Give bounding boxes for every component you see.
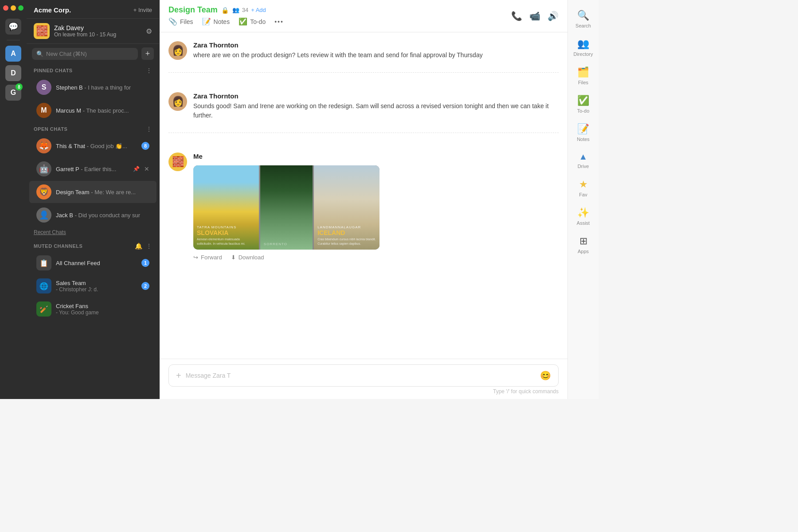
msg-text-1: where are we on the product design? Lets… (193, 51, 559, 60)
right-panel-notes[interactable]: 📝 Notes (570, 120, 597, 145)
right-panel-search[interactable]: 🔍 Search (570, 6, 597, 32)
files-tab-label: Files (180, 18, 193, 25)
right-panel-drive[interactable]: ▲ Drive (570, 148, 597, 172)
mute-icon[interactable]: 🔔 (135, 243, 142, 250)
search-input-wrap: 🔍 (32, 48, 138, 60)
audio-icon[interactable]: 🔊 (548, 11, 559, 21)
emoji-button[interactable]: 😊 (540, 370, 551, 381)
chat-item-marcus[interactable]: M Marcus M - The basic proc... (29, 99, 156, 121)
user-name: Zak Davey (54, 24, 141, 31)
notification-badge: 8 (16, 83, 23, 90)
workspace-a-avatar[interactable]: A (5, 46, 21, 62)
call-icon[interactable]: 📞 (511, 11, 522, 21)
fav-label: Fav (579, 192, 587, 197)
pinned-chats-menu[interactable]: ⋮ (146, 67, 152, 74)
msg-content-1: Zara Thornton where are we on the produc… (193, 41, 559, 60)
quick-command-hint: Type '/' for quick commands (168, 387, 559, 395)
main-chat: Design Team 🔒 👥 34 + Add 📎 Files 📝 Notes (160, 0, 567, 399)
notes-right-label: Notes (577, 137, 590, 142)
minimize-button[interactable] (11, 5, 16, 11)
cricket-fans-name: Cricket Fans (56, 303, 149, 309)
collage-country-3: ICELAND (317, 229, 376, 236)
all-feed-name: All Channel Feed (56, 260, 137, 266)
assist-label: Assist (577, 220, 590, 226)
files-tab-icon: 📎 (168, 17, 177, 26)
muted-icons: 🔔 ⋮ (135, 243, 152, 250)
files-right-label: Files (578, 80, 588, 85)
right-panel-fav[interactable]: ★ Fav (570, 175, 597, 201)
design-team-name: Design Team - Me: We are re... (56, 189, 149, 196)
sales-team-preview: - Christopher J: d. (56, 286, 137, 293)
drive-icon: ▲ (579, 152, 588, 162)
chat-item-stephen[interactable]: S Stephen B - I have a thing for (29, 76, 156, 98)
invite-button[interactable]: + Invite (133, 7, 152, 13)
channel-cricket-fans[interactable]: 🏏 Cricket Fans - You: Good game (29, 298, 156, 320)
right-panel-todo[interactable]: ✅ To-do (570, 91, 597, 117)
garrett-name: Garrett P - Earlier this... (56, 166, 129, 172)
collage-panel-slovakia: TATRA MOUNTAINS SLOVAKIA Aenean elementu… (193, 165, 259, 250)
me-avatar: 🧱 (168, 153, 187, 171)
traffic-lights (3, 5, 23, 11)
forward-button[interactable]: ↪ Forward (193, 254, 222, 261)
message-input[interactable] (186, 372, 536, 379)
chat-item-this-that[interactable]: 🦊 This & That - Good job 👏... 8 (29, 135, 156, 157)
add-member-button[interactable]: + Add (251, 7, 266, 13)
open-chats-section: OPEN CHATS ⋮ (27, 122, 159, 134)
msg-sender-2: Zara Thornton (193, 92, 559, 100)
close-button[interactable] (3, 5, 8, 11)
collage-location-2: SORRENTO (264, 242, 309, 246)
maximize-button[interactable] (18, 5, 23, 11)
todo-right-icon: ✅ (577, 95, 589, 106)
close-chat-icon[interactable]: ✕ (144, 165, 149, 172)
zara-avatar-2: 👩 (168, 92, 187, 111)
tab-more[interactable]: ••• (274, 17, 284, 26)
muted-menu[interactable]: ⋮ (146, 243, 152, 250)
chat-icon[interactable]: 💬 (5, 19, 21, 35)
msg-text-2: Sounds good! Sam and Irene are working o… (193, 102, 559, 120)
garrett-info: Garrett P - Earlier this... (56, 166, 129, 172)
open-chats-title: OPEN CHATS (34, 126, 67, 132)
recent-chats-link[interactable]: Recent Chats (27, 227, 159, 238)
pinned-chats-title: PINNED CHATS (34, 68, 73, 73)
user-avatar: 🧱 (34, 23, 50, 39)
video-icon[interactable]: 📹 (529, 11, 540, 21)
open-chats-menu[interactable]: ⋮ (146, 125, 152, 133)
design-team-avatar: 🦁 (36, 184, 51, 200)
download-button[interactable]: ⬇ Download (231, 254, 264, 261)
search-input[interactable] (46, 51, 133, 57)
cricket-fans-icon: 🏏 (36, 301, 51, 317)
notes-tab-icon: 📝 (202, 17, 211, 26)
company-name: Acme Corp. (34, 6, 71, 14)
chat-title-row: Design Team 🔒 👥 34 + Add (168, 5, 284, 15)
cricket-fans-preview: - You: Good game (56, 309, 149, 316)
tab-todo[interactable]: ✅ To-do (239, 16, 266, 27)
channel-sales-team[interactable]: 🌐 Sales Team - Christopher J: d. 2 (29, 275, 156, 297)
notes-tab-label: Notes (214, 18, 230, 25)
message-divider-2 (168, 133, 559, 133)
workspace-g-avatar[interactable]: G 8 (5, 85, 21, 101)
right-panel-assist[interactable]: ✨ Assist (570, 203, 597, 229)
right-panel-files[interactable]: 🗂️ Files (570, 63, 597, 89)
right-panel-apps[interactable]: ⊞ Apps (570, 232, 597, 258)
collage-location-3: LANDMANNALAUGAR (317, 225, 376, 229)
right-panel: 🔍 Search 👥 Directory 🗂️ Files ✅ To-do 📝 … (567, 0, 598, 399)
right-panel-directory[interactable]: 👥 Directory (570, 35, 597, 60)
add-attachment-icon[interactable]: + (176, 371, 181, 381)
sidebar: Acme Corp. + Invite 🧱 Zak Davey On leave… (27, 0, 160, 399)
chat-item-design-team[interactable]: 🦁 Design Team - Me: We are re... (29, 181, 156, 203)
msg-sender-3: Me (193, 153, 559, 160)
workspace-d-avatar[interactable]: D (5, 65, 21, 81)
tab-notes[interactable]: 📝 Notes (202, 16, 230, 27)
chat-item-garrett[interactable]: 🤖 Garrett P - Earlier this... 📌 ✕ (29, 158, 156, 180)
notes-right-icon: 📝 (577, 123, 589, 135)
stephen-name: Stephen B - I have a thing for (56, 84, 149, 91)
chat-item-jack[interactable]: 👤 Jack B - Did you conduct any sur (29, 204, 156, 226)
settings-icon[interactable]: ⚙ (146, 27, 152, 35)
search-right-label: Search (575, 23, 591, 28)
marcus-name: Marcus M - The basic proc... (56, 107, 149, 114)
tab-files[interactable]: 📎 Files (168, 16, 193, 27)
msg-content-2: Zara Thornton Sounds good! Sam and Irene… (193, 92, 559, 120)
channel-all-feed[interactable]: 📋 All Channel Feed 1 (29, 252, 156, 274)
all-feed-badge: 1 (141, 259, 149, 267)
new-chat-button[interactable]: + (141, 47, 154, 60)
